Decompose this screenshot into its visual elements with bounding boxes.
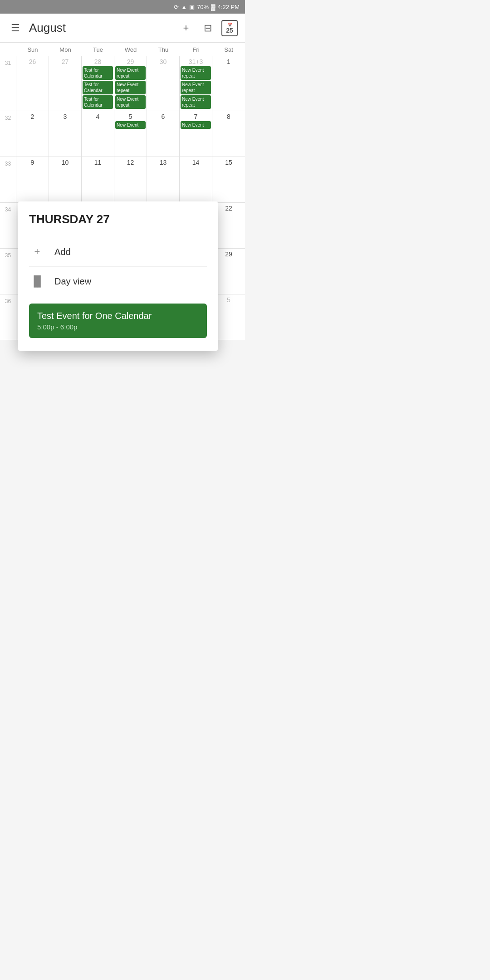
event-chip[interactable]: New Event repeat — [115, 81, 146, 94]
day-number: 12 — [115, 159, 146, 166]
day-cell-33-10[interactable]: 10 — [49, 157, 82, 202]
day-number: 5 — [115, 113, 146, 120]
menu-button[interactable]: ☰ — [7, 20, 24, 36]
day-cell-32-3[interactable]: 3 — [49, 111, 82, 157]
day-number: 7 — [181, 113, 211, 120]
week-num-36: 36 — [0, 294, 16, 340]
day-number: 30 — [148, 58, 178, 65]
status-bar: ⟳ ▲ ▣ 70% ▓ 4:22 PM — [0, 0, 245, 14]
day-number: 22 — [213, 205, 244, 212]
day-number: 11 — [83, 159, 113, 166]
week-row-31: 31262728Test for CalendarTest for Calend… — [0, 56, 245, 111]
day-header-tue: Tue — [82, 43, 114, 56]
popup-add-action[interactable]: + Add — [29, 237, 207, 267]
popup-dayview-icon: ▐▌ — [29, 273, 45, 289]
event-chip[interactable]: Test for Calendar — [83, 66, 113, 80]
header: ☰ August + ⊟ 📅 25 — [0, 14, 245, 43]
week-row-32: 322345New Event67New Event8 — [0, 111, 245, 157]
day-number: 2 — [17, 113, 48, 120]
wifi-icon: ▲ — [181, 4, 187, 10]
day-header-wed: Wed — [114, 43, 147, 56]
day-number: 1 — [213, 58, 244, 65]
popup-event[interactable]: Test Event for One Calendar 5:00p - 6:00… — [29, 304, 207, 338]
day-number: 28 — [83, 58, 113, 65]
popup-event-title: Test Event for One Calendar — [37, 311, 199, 321]
event-chip[interactable]: New Event — [181, 121, 211, 129]
battery-percent: 70% — [197, 4, 209, 10]
sim-icon: ▣ — [189, 4, 195, 10]
day-cell-32-6[interactable]: 6 — [147, 111, 180, 157]
time: 4:22 PM — [218, 4, 240, 10]
day-number: 29 — [115, 58, 146, 65]
day-number: 5 — [213, 296, 244, 304]
day-cell-31-26[interactable]: 26 — [16, 56, 49, 111]
event-chip[interactable]: New Event repeat — [181, 81, 211, 94]
rotate-icon: ⟳ — [174, 4, 179, 10]
week-num-31: 31 — [0, 56, 16, 111]
day-cell-31-1[interactable]: 1 — [212, 56, 245, 111]
day-cell-32-5[interactable]: 5New Event — [114, 111, 147, 157]
day-headers: Sun Mon Tue Wed Thu Fri Sat — [0, 43, 245, 56]
day-cell-32-8[interactable]: 8 — [212, 111, 245, 157]
event-chip[interactable]: Test for Calendar — [83, 95, 113, 109]
day-header-fri: Fri — [180, 43, 212, 56]
week-num-33: 33 — [0, 157, 16, 202]
day-popup[interactable]: THURSDAY 27 + Add ▐▌ Day view Test Event… — [18, 201, 218, 351]
day-cell-33-9[interactable]: 9 — [16, 157, 49, 202]
event-chip[interactable]: New Event repeat — [115, 95, 146, 109]
popup-day-title: THURSDAY 27 — [29, 212, 207, 226]
add-event-button[interactable]: + — [178, 20, 194, 36]
popup-dayview-action[interactable]: ▐▌ Day view — [29, 267, 207, 296]
day-cell-31-29[interactable]: 29New Event repeatNew Event repeatNew Ev… — [114, 56, 147, 111]
day-cell-32-7[interactable]: 7New Event — [180, 111, 212, 157]
day-cell-33-11[interactable]: 11 — [82, 157, 114, 202]
day-number: 15 — [213, 159, 244, 166]
popup-add-icon: + — [29, 244, 45, 260]
day-cell-31-27[interactable]: 27 — [49, 56, 82, 111]
day-number: 26 — [17, 58, 48, 65]
day-cell-31-30[interactable]: 30 — [147, 56, 180, 111]
event-chip[interactable]: New Event — [115, 121, 146, 129]
day-cell-33-14[interactable]: 14 — [180, 157, 212, 202]
day-number: 14 — [181, 159, 211, 166]
popup-event-time: 5:00p - 6:00p — [37, 323, 199, 331]
day-number: 29 — [213, 250, 244, 258]
calendar: Sun Mon Tue Wed Thu Fri Sat 31262728Test… — [0, 43, 245, 340]
popup-dayview-label: Day view — [54, 276, 91, 287]
day-number: 13 — [148, 159, 178, 166]
day-cell-31-28[interactable]: 28Test for CalendarTest for CalendarTest… — [82, 56, 114, 111]
day-cell-32-4[interactable]: 4 — [82, 111, 114, 157]
day-cell-33-15[interactable]: 15 — [212, 157, 245, 202]
day-cell-33-13[interactable]: 13 — [147, 157, 180, 202]
event-chip[interactable]: Test for Calendar — [83, 81, 113, 94]
day-number: 4 — [83, 113, 113, 120]
page-title: August — [29, 21, 172, 35]
popup-add-label: Add — [54, 247, 71, 257]
day-number: 6 — [148, 113, 178, 120]
event-chip[interactable]: New Event repeat — [181, 66, 211, 80]
battery-icon: ▓ — [211, 4, 215, 10]
day-header-mon: Mon — [49, 43, 82, 56]
calendar-today-button[interactable]: 📅 25 — [221, 20, 238, 36]
filter-button[interactable]: ⊟ — [200, 20, 216, 36]
event-chip[interactable]: New Event repeat — [181, 95, 211, 109]
day-header-sun: Sun — [16, 43, 49, 56]
day-cell-33-12[interactable]: 12 — [114, 157, 147, 202]
day-number: 8 — [213, 113, 244, 120]
week-num-32: 32 — [0, 111, 16, 157]
day-number: 3 — [50, 113, 80, 120]
day-number: 10 — [50, 159, 80, 166]
day-number: 9 — [17, 159, 48, 166]
week-num-35: 35 — [0, 249, 16, 294]
day-number: 27 — [50, 58, 80, 65]
event-chip[interactable]: New Event repeat — [115, 66, 146, 80]
week-row-33: 339101112131415 — [0, 157, 245, 203]
day-header-thu: Thu — [147, 43, 180, 56]
day-number: 31+3 — [181, 58, 211, 65]
day-header-sat: Sat — [212, 43, 245, 56]
day-cell-31-31+3[interactable]: 31+3New Event repeatNew Event repeatNew … — [180, 56, 212, 111]
week-num-34: 34 — [0, 203, 16, 248]
day-cell-32-2[interactable]: 2 — [16, 111, 49, 157]
